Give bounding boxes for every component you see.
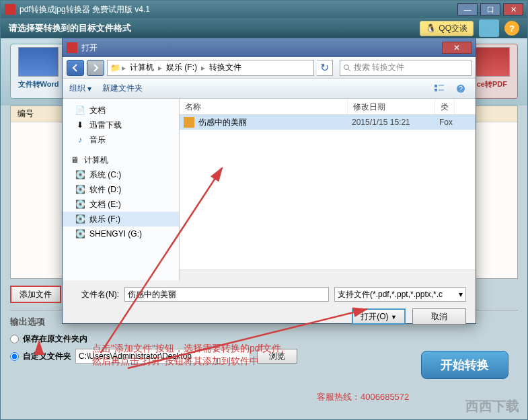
- dialog-body: 📄文档 ⬇迅雷下载 ♪音乐 🖥计算机 💽系统 (C:) 💽软件 (D:) 💽文档…: [63, 99, 476, 280]
- dialog-toolbar: 组织 ▾ 新建文件夹 ?: [63, 79, 476, 99]
- start-convert-button[interactable]: 开始转换: [421, 351, 508, 379]
- main-titlebar: pdf转换成jpg转换器 免费试用版 v4.1 — 口 ✕: [1, 1, 527, 18]
- file-icon: [184, 117, 194, 128]
- tree-music[interactable]: ♪音乐: [63, 132, 179, 147]
- svg-text:?: ?: [459, 85, 463, 93]
- drive-icon: 💽: [75, 200, 85, 209]
- drive-icon: 💽: [75, 185, 85, 194]
- help-icon: ?: [456, 84, 465, 93]
- tree-computer[interactable]: 🖥计算机: [63, 153, 179, 167]
- toolbar-prompt: 请选择要转换到的目标文件格式: [9, 22, 131, 34]
- radio-original-label: 保存在原文件夹内: [23, 333, 87, 345]
- watermark: 西西下载: [465, 397, 519, 415]
- drive-icon: 💽: [75, 170, 85, 179]
- refresh-button[interactable]: ↻: [317, 60, 333, 76]
- nav-back-button[interactable]: [67, 60, 84, 76]
- col-name[interactable]: 名称: [180, 99, 348, 114]
- search-input[interactable]: 搜索 转换文件: [340, 60, 472, 76]
- search-icon: [343, 64, 351, 72]
- penguin-icon: 🐧: [426, 24, 436, 33]
- dialog-nav: 📁 ▸ 计算机 ▸ 娱乐 (F:) ▸ 转换文件 ↻ 搜索 转换文件: [63, 57, 476, 79]
- chevron-down-icon: ▾: [87, 84, 91, 93]
- qq-chat-button[interactable]: 🐧 QQ交谈: [420, 21, 474, 36]
- format-toolbar: 请选择要转换到的目标文件格式 🐧 QQ交谈 ?: [1, 18, 527, 38]
- new-folder-button[interactable]: 新建文件夹: [102, 83, 143, 94]
- chevron-down-icon: ▾: [459, 290, 463, 299]
- dialog-close-button[interactable]: ✕: [442, 42, 472, 54]
- add-file-button[interactable]: 添加文件: [10, 286, 61, 303]
- view-mode-button[interactable]: [431, 82, 447, 95]
- radio-original[interactable]: [10, 335, 19, 343]
- tree-drive-f[interactable]: 💽娱乐 (F:): [63, 212, 179, 226]
- file-pane: 名称 修改日期 类 伤感中的美丽 2015/1/15 15:21 Fox: [180, 99, 476, 280]
- cancel-button[interactable]: 取消: [412, 308, 466, 325]
- help-icon-button[interactable]: ?: [453, 82, 469, 95]
- drive-icon: 💽: [75, 229, 85, 239]
- doc-icon: [18, 47, 59, 77]
- file-filter-select[interactable]: 支持文件(*.pdf,*.ppt,*.pptx,*.c▾: [334, 287, 466, 302]
- maximize-button[interactable]: 口: [480, 3, 500, 15]
- nav-forward-button[interactable]: [87, 60, 104, 76]
- computer-icon: 🖥: [69, 155, 80, 165]
- format-word[interactable]: 文件转Word: [10, 44, 67, 99]
- drive-icon: 💽: [75, 214, 85, 224]
- dialog-title: 打开: [81, 42, 442, 54]
- open-dialog: 打开 ✕ 📁 ▸ 计算机 ▸ 娱乐 (F:) ▸ 转换文件 ↻ 搜索 转换文件 …: [62, 38, 476, 324]
- app-icon: [5, 4, 15, 15]
- tree-drive-c[interactable]: 💽系统 (C:): [63, 167, 179, 182]
- download-icon: ⬇: [75, 120, 85, 130]
- col-id: 编号: [17, 108, 34, 120]
- svg-rect-1: [435, 85, 437, 87]
- tree-drive-g[interactable]: 💽SHENGYI (G:): [63, 226, 179, 241]
- file-row[interactable]: 伤感中的美丽 2015/1/15 15:21 Fox: [180, 115, 476, 130]
- folder-icon: 📁: [110, 63, 120, 73]
- file-header: 名称 修改日期 类: [180, 99, 476, 115]
- filename-label: 文件名(N):: [72, 289, 119, 300]
- radio-custom[interactable]: [10, 352, 19, 361]
- back-arrow-icon: [71, 63, 80, 73]
- radio-custom-label: 自定义文件夹: [23, 351, 71, 362]
- svg-point-0: [344, 65, 349, 69]
- filename-input[interactable]: [124, 287, 329, 302]
- close-button[interactable]: ✕: [503, 3, 523, 15]
- tree-xunlei[interactable]: ⬇迅雷下载: [63, 118, 179, 132]
- folder-tree: 📄文档 ⬇迅雷下载 ♪音乐 🖥计算机 💽系统 (C:) 💽软件 (D:) 💽文档…: [63, 99, 180, 280]
- horizontal-scrollbar[interactable]: [180, 269, 476, 280]
- tree-docs[interactable]: 📄文档: [63, 103, 179, 118]
- tree-drive-d[interactable]: 💽软件 (D:): [63, 182, 179, 197]
- open-button[interactable]: 打开(O) ▼: [352, 308, 406, 325]
- dialog-titlebar: 打开 ✕: [63, 38, 476, 57]
- document-icon: 📄: [75, 106, 85, 115]
- list-view-icon: [434, 84, 445, 93]
- app-title: pdf转换成jpg转换器 免费试用版 v4.1: [20, 4, 457, 15]
- tree-drive-e[interactable]: 💽文档 (E:): [63, 197, 179, 212]
- col-type[interactable]: 类: [435, 99, 455, 114]
- annotation-text: 点击"添加文件"按钮，选择需要转换的pdf文件, 然后再点击"打开"按钮将其添加…: [92, 342, 284, 368]
- dialog-footer: 文件名(N): 支持文件(*.pdf,*.ppt,*.pptx,*.c▾ 打开(…: [63, 280, 476, 331]
- dialog-icon: [67, 42, 77, 53]
- minimize-button[interactable]: —: [457, 3, 478, 15]
- chat-button[interactable]: [479, 19, 499, 37]
- svg-rect-2: [435, 89, 437, 91]
- forward-arrow-icon: [91, 63, 100, 73]
- music-icon: ♪: [75, 135, 85, 144]
- help-button[interactable]: ?: [504, 21, 519, 36]
- hotline: 客服热线：4006685572: [317, 391, 409, 403]
- organize-menu[interactable]: 组织 ▾: [69, 83, 91, 94]
- breadcrumb[interactable]: 📁 ▸ 计算机 ▸ 娱乐 (F:) ▸ 转换文件: [107, 60, 314, 76]
- col-date[interactable]: 修改日期: [348, 99, 435, 114]
